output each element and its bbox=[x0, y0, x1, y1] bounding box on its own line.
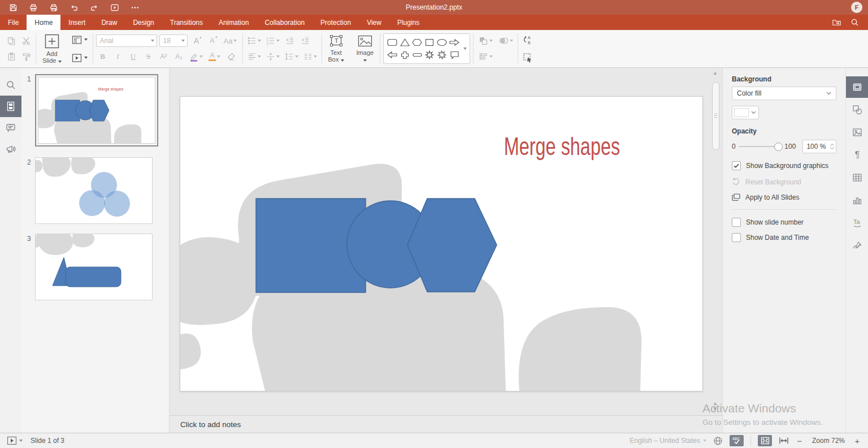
comments-panel-icon[interactable] bbox=[0, 117, 21, 139]
highlight-color-icon[interactable] bbox=[188, 50, 205, 63]
show-background-graphics-checkbox[interactable]: Show Background graphics bbox=[732, 161, 836, 170]
paste-icon[interactable] bbox=[5, 50, 18, 63]
font-color-icon[interactable]: A bbox=[206, 50, 223, 63]
scrollbar-thumb[interactable] bbox=[712, 82, 719, 150]
shape-speech-bubble-icon[interactable] bbox=[448, 49, 461, 61]
background-fill-dropdown[interactable]: Color fill bbox=[732, 87, 836, 100]
zoom-out-button[interactable]: − bbox=[796, 436, 804, 446]
numbering-icon[interactable]: 123 bbox=[264, 34, 281, 48]
start-slideshow-icon[interactable] bbox=[110, 3, 119, 12]
align-shape-icon[interactable] bbox=[476, 50, 494, 63]
shape-settings-icon[interactable] bbox=[846, 99, 868, 120]
slide-thumbnail-3[interactable]: 3 bbox=[21, 234, 169, 300]
copy-style-icon[interactable] bbox=[19, 50, 33, 63]
save-icon[interactable] bbox=[9, 3, 18, 12]
slide-title-text[interactable]: Merge shapes bbox=[504, 132, 614, 161]
opacity-slider[interactable] bbox=[739, 143, 782, 150]
bold-icon[interactable]: B bbox=[96, 50, 110, 63]
opacity-spinner[interactable]: 100 % bbox=[802, 140, 836, 153]
tab-view[interactable]: View bbox=[359, 15, 389, 30]
search-icon[interactable] bbox=[850, 18, 859, 27]
redo-icon[interactable] bbox=[90, 3, 99, 12]
show-date-time-checkbox[interactable]: Show Date and Time bbox=[732, 233, 836, 242]
vertical-align-icon[interactable] bbox=[264, 50, 281, 63]
text-art-settings-icon[interactable]: Ta bbox=[846, 212, 868, 234]
zoom-in-button[interactable]: + bbox=[853, 436, 861, 446]
set-language-globe-icon[interactable] bbox=[713, 436, 723, 446]
slide-thumbnail-2[interactable]: 2 bbox=[21, 157, 169, 224]
increase-font-icon[interactable]: A▴ bbox=[190, 34, 203, 48]
tab-design[interactable]: Design bbox=[125, 15, 162, 30]
decrease-font-icon[interactable]: A▾ bbox=[206, 34, 219, 48]
spellcheck-toggle[interactable]: ABC bbox=[730, 435, 744, 446]
opacity-slider-knob[interactable] bbox=[774, 143, 783, 151]
columns-icon[interactable] bbox=[302, 50, 319, 63]
notes-area[interactable]: Click to add notes bbox=[170, 415, 722, 433]
open-file-location-icon[interactable] bbox=[832, 18, 841, 27]
select-all-icon[interactable] bbox=[521, 51, 535, 64]
shape-hexagon-icon[interactable] bbox=[411, 36, 423, 49]
shape-right-arrow-icon[interactable] bbox=[448, 36, 461, 49]
merge-shapes-icon[interactable] bbox=[497, 34, 515, 48]
reset-background-button[interactable]: Reset Background bbox=[732, 178, 836, 186]
italic-icon[interactable]: I bbox=[111, 50, 125, 63]
tab-home[interactable]: Home bbox=[27, 15, 60, 30]
bullets-icon[interactable] bbox=[246, 34, 263, 48]
tab-draw[interactable]: Draw bbox=[93, 15, 125, 30]
copy-icon[interactable] bbox=[5, 34, 18, 48]
background-color-swatch[interactable] bbox=[732, 106, 759, 119]
show-slide-number-checkbox[interactable]: Show slide number bbox=[732, 218, 836, 227]
find-panel-icon[interactable] bbox=[0, 74, 21, 96]
increase-indent-icon[interactable] bbox=[298, 34, 312, 48]
fit-to-slide-toggle[interactable] bbox=[758, 435, 772, 446]
signature-settings-icon[interactable] bbox=[846, 235, 868, 256]
insert-image-button[interactable]: Image bbox=[353, 35, 377, 63]
editing-canvas[interactable]: Merge shapes ▲ ▼ ▲ ▼ Click to add notes bbox=[170, 68, 722, 433]
font-size-field[interactable]: 18 bbox=[159, 35, 188, 47]
shape-rectangle-icon[interactable] bbox=[423, 36, 436, 49]
shape-explosion-icon[interactable] bbox=[436, 49, 448, 61]
tab-file[interactable]: File bbox=[0, 15, 27, 30]
line-spacing-icon[interactable] bbox=[283, 50, 300, 63]
tab-transitions[interactable]: Transitions bbox=[162, 15, 211, 30]
tab-collaboration[interactable]: Collaboration bbox=[257, 15, 313, 30]
language-selector[interactable]: English – United States bbox=[630, 437, 706, 445]
slide-thumbnails-panel-icon[interactable] bbox=[0, 96, 21, 117]
undo-icon[interactable] bbox=[70, 3, 79, 12]
paragraph-settings-icon[interactable]: ¶ bbox=[846, 144, 868, 166]
shape-left-arrow-icon[interactable] bbox=[386, 49, 398, 61]
arrange-shape-icon[interactable] bbox=[476, 34, 494, 48]
tab-protection[interactable]: Protection bbox=[313, 15, 359, 30]
slide-page[interactable]: Merge shapes bbox=[180, 96, 703, 391]
user-avatar[interactable]: F bbox=[851, 2, 862, 13]
feedback-icon[interactable] bbox=[0, 139, 21, 160]
start-slideshow-status-button[interactable] bbox=[7, 436, 23, 445]
zoom-value[interactable]: Zoom 72% bbox=[810, 437, 847, 445]
quick-print-icon[interactable] bbox=[49, 3, 58, 12]
change-layout-button[interactable] bbox=[70, 33, 90, 46]
scroll-up-arrow[interactable]: ▲ bbox=[711, 70, 719, 76]
shape-minus-icon[interactable] bbox=[411, 49, 423, 61]
more-actions-icon[interactable] bbox=[131, 3, 140, 12]
slide-thumbnail-1[interactable]: 1 Merge shapes bbox=[21, 74, 169, 149]
text-box-button[interactable]: T Text Box bbox=[325, 35, 348, 63]
image-settings-icon[interactable] bbox=[846, 122, 868, 143]
shape-plus-icon[interactable] bbox=[398, 49, 411, 61]
slide-settings-icon[interactable] bbox=[846, 76, 868, 98]
print-icon[interactable] bbox=[29, 3, 38, 12]
apply-to-all-slides-button[interactable]: Apply to All Slides bbox=[732, 193, 836, 201]
tab-insert[interactable]: Insert bbox=[60, 15, 93, 30]
underline-icon[interactable]: U bbox=[127, 50, 140, 63]
tab-plugins[interactable]: Plugins bbox=[389, 15, 427, 30]
horizontal-align-icon[interactable] bbox=[246, 50, 263, 63]
cut-icon[interactable] bbox=[19, 34, 33, 48]
replace-icon[interactable]: AB bbox=[521, 33, 535, 46]
table-settings-icon[interactable] bbox=[846, 167, 868, 188]
shape-triangle-icon[interactable] bbox=[398, 36, 411, 49]
fit-to-width-button[interactable] bbox=[779, 437, 789, 445]
shape-star8-icon[interactable] bbox=[423, 49, 436, 61]
chart-settings-icon[interactable] bbox=[846, 189, 868, 211]
shape-rounded-rectangle-icon[interactable] bbox=[386, 36, 398, 49]
canvas-vertical-scrollbar[interactable]: ▲ ▼ bbox=[711, 70, 719, 412]
clear-style-icon[interactable] bbox=[225, 50, 238, 63]
